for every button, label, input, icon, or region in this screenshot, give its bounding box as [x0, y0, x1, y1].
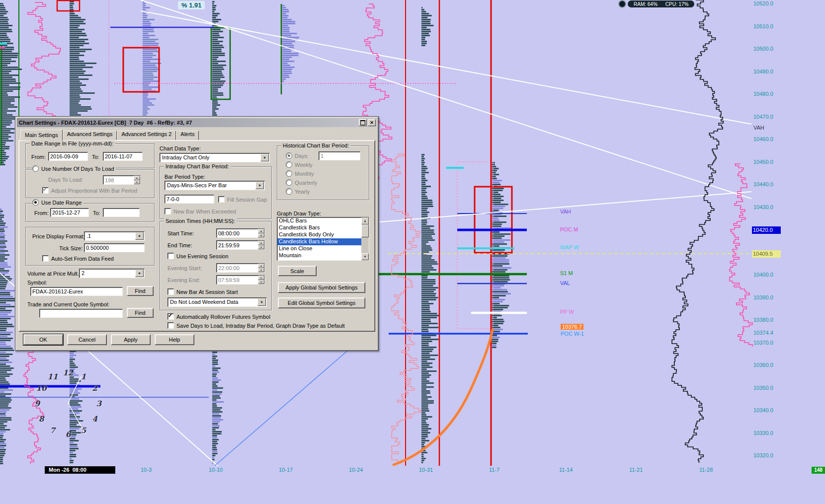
quote-symbol-input[interactable] [39, 309, 123, 318]
bar-period-type-select[interactable]: Days-Mins-Secs Per Bar ▼ [165, 181, 265, 190]
volume-mult-select[interactable]: 2 ▼ [79, 269, 145, 278]
find-symbol-button[interactable]: Find [127, 286, 154, 296]
window-icon-button[interactable] [359, 119, 367, 126]
list-item[interactable]: Candlestick Bars [277, 224, 361, 231]
radio-label: Use Number Of Days To Load [41, 166, 114, 172]
days-to-load-stepper[interactable]: ▲▼ [103, 175, 141, 185]
tab-alerts[interactable]: Alerts [176, 131, 199, 140]
dropdown-arrow-icon[interactable]: ▼ [135, 232, 144, 240]
list-item[interactable]: Line on Close [277, 245, 361, 252]
scroll-up-icon[interactable]: ▲ [361, 217, 369, 224]
historical-option-monthly[interactable]: Monthly [286, 169, 367, 178]
bar-period-input[interactable] [165, 195, 214, 204]
spinner-buttons[interactable]: ▲▼ [258, 276, 264, 284]
historical-option-quarterly[interactable]: Quarterly [286, 178, 367, 187]
find-quote-button[interactable]: Find [127, 308, 154, 318]
price-label: 10380.0 [753, 317, 780, 324]
symbol-input[interactable] [30, 287, 123, 296]
weekend-data-select[interactable]: Do Not Load Weekend Data ▼ [167, 297, 267, 307]
red-box-top-left [57, 0, 80, 11]
historical-days-input[interactable] [319, 151, 360, 160]
historical-option-yearly[interactable]: Yearly [286, 187, 367, 196]
radio-label: Quarterly [295, 180, 317, 186]
spin-up-icon[interactable]: ▲ [258, 229, 264, 233]
scale-button[interactable]: Scale [278, 266, 317, 276]
price-label: 10370.0 [753, 340, 780, 347]
checkbox-icon [167, 253, 174, 259]
spin-up-icon[interactable]: ▲ [258, 241, 264, 245]
list-item[interactable]: Candlestick Bars Hollow [277, 238, 361, 245]
clock-number: 11 [48, 372, 58, 381]
fill-session-gap-checkbox[interactable]: Fill Session Gap [218, 196, 268, 203]
file-from-input[interactable] [48, 152, 88, 161]
dialog-title-bar[interactable]: Chart Settings - FDAX-201612-Eurex [CB] … [17, 118, 377, 127]
new-bar-at-session-start-checkbox[interactable]: New Bar At Session Start [167, 288, 240, 295]
spin-up-icon[interactable]: ▲ [258, 276, 264, 280]
price-label: 10420.0 [752, 226, 781, 234]
list-item[interactable]: Mountain [277, 252, 361, 259]
ok-button[interactable]: OK [23, 334, 63, 345]
spin-down-icon[interactable]: ▼ [134, 180, 140, 185]
historical-option-weekly[interactable]: Weekly [286, 160, 367, 169]
list-item[interactable]: Candlestick Body Only [277, 231, 361, 238]
scroll-thumb[interactable] [361, 224, 369, 237]
chart-data-type-select[interactable]: Intraday Chart Only ▼ [160, 153, 270, 162]
range-to-input[interactable] [103, 208, 140, 217]
checkbox-label: Fill Session Gap [227, 197, 267, 203]
spin-up-icon[interactable]: ▲ [134, 176, 140, 180]
evening-end-stepper[interactable]: ▲▼ [216, 275, 265, 285]
dropdown-arrow-icon[interactable]: ▼ [257, 298, 266, 306]
graph-draw-type-list[interactable]: OHLC BarsCandlestick BarsCandlestick Bod… [277, 217, 369, 261]
spin-down-icon[interactable]: ▼ [258, 280, 264, 285]
tab-advanced-settings[interactable]: Advanced Settings [63, 131, 117, 140]
rollover-checkbox[interactable]: Automatically Rollover Futures Symbol [167, 313, 272, 320]
save-defaults-checkbox[interactable]: Save Days to Load, Intraday Bar Period, … [167, 322, 346, 329]
edit-global-symbol-settings-button[interactable]: Edit Global Symbol Settings [278, 297, 365, 308]
adjust-proportional-checkbox[interactable]: Adjust Proportional With Bar Period [42, 187, 139, 194]
end-time-stepper[interactable]: ▲▼ [216, 240, 265, 250]
spinner-buttons[interactable]: ▲▼ [134, 176, 140, 184]
spin-down-icon[interactable]: ▼ [258, 268, 264, 273]
spinner-buttons[interactable]: ▲▼ [258, 264, 264, 272]
spin-down-icon[interactable]: ▼ [258, 233, 264, 238]
use-date-range-radio[interactable]: Use Date Range [32, 199, 83, 206]
spinner-buttons[interactable]: ▲▼ [258, 241, 264, 249]
start-time-stepper[interactable]: ▲▼ [216, 228, 265, 238]
spin-down-icon[interactable]: ▼ [258, 245, 264, 250]
group-legend: Historical Chart Bar Period: [281, 143, 350, 148]
list-item[interactable]: OHLC Bars [277, 217, 361, 224]
help-button[interactable]: Help [155, 334, 194, 345]
end-time-label: End Time: [167, 242, 192, 248]
historical-option-days[interactable]: Days: [286, 151, 367, 160]
apply-button[interactable]: Apply [111, 334, 151, 345]
dropdown-arrow-icon[interactable]: ▼ [255, 182, 264, 189]
tab-advanced-settings-2[interactable]: Advanced Settings 2 [117, 131, 176, 140]
autoset-checkbox[interactable]: Auto-Set From Data Feed [42, 255, 115, 262]
price-display-format-select[interactable]: .1 ▼ [84, 231, 145, 241]
evening-start-stepper[interactable]: ▲▼ [216, 263, 265, 273]
radio-icon [32, 165, 39, 172]
new-bar-when-exceeded-checkbox[interactable]: New Bar When Exceeded [165, 208, 238, 215]
radio-icon [286, 170, 292, 177]
range-from-input[interactable] [50, 208, 89, 217]
price-label: 10450.0 [753, 159, 780, 166]
cancel-button[interactable]: Cancel [67, 334, 107, 345]
study-label-wap-w: WAP W [560, 244, 579, 250]
spinner-buttons[interactable]: ▲▼ [258, 229, 264, 237]
clock-number: 4 [92, 415, 97, 424]
use-evening-session-checkbox[interactable]: Use Evening Session [167, 253, 230, 259]
scroll-down-icon[interactable]: ▼ [361, 253, 369, 260]
file-to-input[interactable] [103, 152, 143, 161]
dropdown-arrow-icon[interactable]: ▼ [260, 154, 269, 161]
checkbox-label: New Bar When Exceeded [173, 209, 236, 215]
close-button[interactable]: ✕ [368, 119, 376, 126]
dropdown-arrow-icon[interactable]: ▼ [135, 270, 144, 277]
tick-size-input[interactable] [84, 243, 145, 252]
tab-main-settings[interactable]: Main Settings [20, 130, 63, 141]
list-scrollbar[interactable]: ▲ ▼ [361, 217, 369, 260]
use-days-to-load-radio[interactable]: Use Number Of Days To Load [32, 165, 116, 172]
spin-up-icon[interactable]: ▲ [258, 264, 264, 268]
evening-end-label: Evening End: [167, 277, 200, 283]
price-label: 10510.0 [753, 23, 780, 31]
apply-global-symbol-settings-button[interactable]: Apply Global Symbol Settings [278, 282, 365, 293]
